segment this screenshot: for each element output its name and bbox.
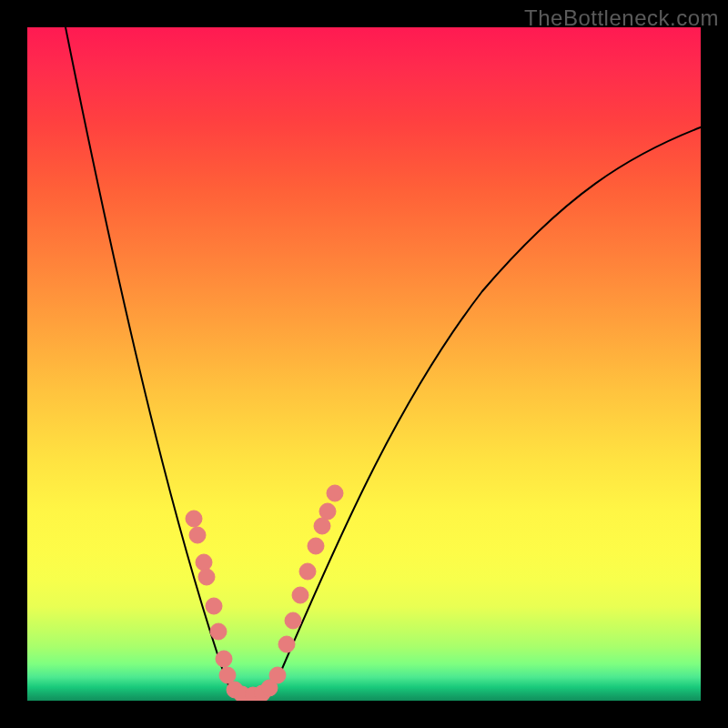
data-point	[292, 587, 308, 603]
chart-svg	[27, 27, 701, 701]
data-point	[210, 623, 227, 640]
data-point	[186, 511, 202, 527]
plot-area	[27, 27, 701, 701]
markers-group	[186, 485, 343, 701]
data-point	[189, 527, 206, 543]
right-curve	[248, 126, 701, 695]
data-point	[198, 569, 215, 585]
data-point	[216, 651, 232, 667]
data-point	[219, 667, 236, 683]
chart-frame: TheBottleneck.com	[0, 0, 728, 728]
data-point	[319, 503, 336, 520]
curve-group	[64, 27, 701, 695]
data-point	[299, 563, 316, 580]
data-point	[285, 612, 301, 629]
data-point	[196, 554, 212, 571]
data-point	[327, 485, 343, 501]
data-point	[308, 538, 324, 554]
data-point	[206, 598, 222, 614]
data-point	[314, 518, 330, 534]
data-point	[269, 667, 286, 683]
data-point	[278, 636, 295, 652]
left-curve	[64, 27, 248, 695]
